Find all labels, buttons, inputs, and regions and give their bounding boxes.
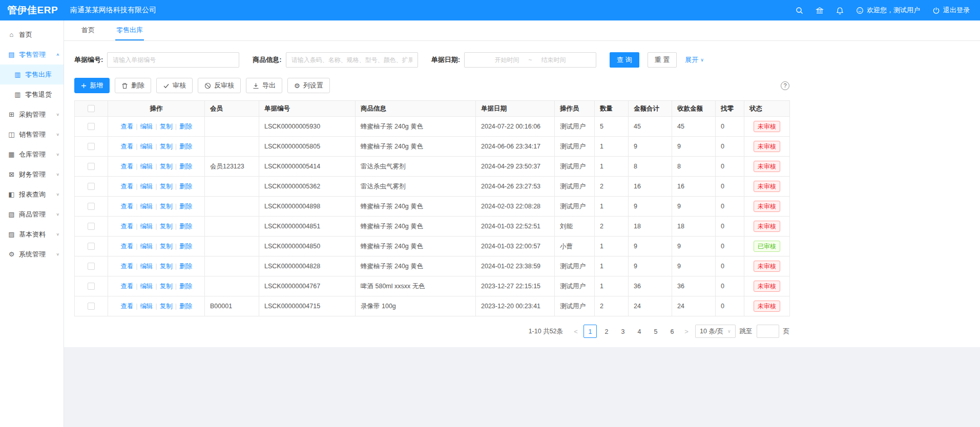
date-range-picker[interactable]: 开始时间 ~ 结束时间 bbox=[464, 52, 596, 68]
jump-page-input[interactable] bbox=[757, 325, 779, 338]
page-1-button[interactable]: 1 bbox=[583, 325, 597, 338]
sidebar-subitem-retail-outbound[interactable]: ▥零售出库 bbox=[0, 65, 64, 84]
logout-button[interactable]: 退出登录 bbox=[932, 6, 970, 15]
page-3-button[interactable]: 3 bbox=[616, 325, 630, 338]
expand-link[interactable]: 展开 ∨ bbox=[685, 55, 704, 65]
action-edit-link[interactable]: 编辑 bbox=[140, 163, 153, 170]
bell-icon[interactable] bbox=[836, 7, 844, 14]
action-delete-link[interactable]: 删除 bbox=[179, 283, 192, 290]
action-delete-link[interactable]: 删除 bbox=[179, 303, 192, 310]
action-view-link[interactable]: 查看 bbox=[120, 163, 133, 170]
action-copy-link[interactable]: 复制 bbox=[160, 143, 173, 150]
unaudit-button[interactable]: 反审核 bbox=[198, 78, 241, 93]
row-checkbox[interactable] bbox=[75, 157, 108, 177]
table-row: 查看|编辑|复制|删除LSCK00000005930蜂蜜柚子茶 240g 黄色2… bbox=[75, 117, 790, 137]
sidebar-item-home[interactable]: ⌂首页 bbox=[0, 25, 64, 45]
page-6-button[interactable]: 6 bbox=[665, 325, 679, 338]
action-view-link[interactable]: 查看 bbox=[120, 123, 133, 130]
action-delete-link[interactable]: 删除 bbox=[179, 223, 192, 230]
action-copy-link[interactable]: 复制 bbox=[160, 223, 173, 230]
action-copy-link[interactable]: 复制 bbox=[160, 123, 173, 130]
action-delete-link[interactable]: 删除 bbox=[179, 203, 192, 210]
sidebar-item-warehouse[interactable]: ▦仓库管理∨ bbox=[0, 144, 64, 164]
sidebar-item-finance[interactable]: ⊠财务管理∨ bbox=[0, 164, 64, 184]
action-edit-link[interactable]: 编辑 bbox=[140, 283, 153, 290]
row-checkbox[interactable] bbox=[75, 296, 108, 316]
sidebar-item-report[interactable]: ◧报表查询∨ bbox=[0, 184, 64, 204]
action-delete-link[interactable]: 删除 bbox=[179, 263, 192, 270]
action-edit-link[interactable]: 编辑 bbox=[140, 143, 153, 150]
action-view-link[interactable]: 查看 bbox=[120, 283, 133, 290]
row-checkbox[interactable] bbox=[75, 217, 108, 237]
export-button[interactable]: 导出 bbox=[246, 78, 282, 93]
sidebar-item-retail[interactable]: ▤零售管理∧ bbox=[0, 45, 64, 65]
sidebar-item-sales[interactable]: ◫销售管理∨ bbox=[0, 124, 64, 144]
action-copy-link[interactable]: 复制 bbox=[160, 203, 173, 210]
select-all-checkbox[interactable] bbox=[75, 101, 108, 117]
sidebar-item-system[interactable]: ⚙系统管理∨ bbox=[0, 244, 64, 264]
welcome-user[interactable]: 欢迎您，测试用户 bbox=[856, 6, 920, 15]
end-date-input[interactable]: 结束时间 bbox=[541, 56, 566, 65]
row-checkbox[interactable] bbox=[75, 177, 108, 197]
sidebar-item-basic[interactable]: ▨基本资料∨ bbox=[0, 224, 64, 244]
action-copy-link[interactable]: 复制 bbox=[160, 283, 173, 290]
sidebar-item-purchase[interactable]: ⊞采购管理∨ bbox=[0, 104, 64, 124]
cell-total: 16 bbox=[629, 177, 672, 197]
row-checkbox[interactable] bbox=[75, 237, 108, 257]
row-checkbox[interactable] bbox=[75, 197, 108, 217]
page-2-button[interactable]: 2 bbox=[600, 325, 613, 338]
search-icon[interactable] bbox=[796, 7, 803, 14]
action-copy-link[interactable]: 复制 bbox=[160, 163, 173, 170]
row-checkbox[interactable] bbox=[75, 276, 108, 296]
action-view-link[interactable]: 查看 bbox=[120, 143, 133, 150]
action-copy-link[interactable]: 复制 bbox=[160, 243, 173, 250]
add-button[interactable]: 新增 bbox=[74, 78, 110, 93]
audit-button[interactable]: 审核 bbox=[156, 78, 193, 93]
page-4-button[interactable]: 4 bbox=[633, 325, 646, 338]
row-checkbox[interactable] bbox=[75, 137, 108, 157]
action-view-link[interactable]: 查看 bbox=[120, 203, 133, 210]
row-checkbox[interactable] bbox=[75, 117, 108, 137]
row-checkbox[interactable] bbox=[75, 257, 108, 276]
column-settings-button[interactable]: ⚙ 列设置 bbox=[287, 78, 330, 93]
page-size-select[interactable]: 10 条/页 ∨ bbox=[695, 325, 735, 338]
page-5-button[interactable]: 5 bbox=[649, 325, 662, 338]
search-button[interactable]: 查 询 bbox=[610, 52, 639, 68]
action-delete-link[interactable]: 删除 bbox=[179, 243, 192, 250]
action-view-link[interactable]: 查看 bbox=[120, 223, 133, 230]
action-edit-link[interactable]: 编辑 bbox=[140, 223, 153, 230]
action-delete-link[interactable]: 删除 bbox=[179, 183, 192, 190]
help-icon[interactable]: ? bbox=[781, 81, 789, 90]
action-view-link[interactable]: 查看 bbox=[120, 263, 133, 270]
action-edit-link[interactable]: 编辑 bbox=[140, 263, 153, 270]
action-view-link[interactable]: 查看 bbox=[120, 303, 133, 310]
bill-no-input[interactable] bbox=[107, 52, 239, 68]
action-delete-link[interactable]: 删除 bbox=[179, 163, 192, 170]
next-page-button[interactable]: > bbox=[682, 328, 691, 335]
action-edit-link[interactable]: 编辑 bbox=[140, 203, 153, 210]
action-edit-link[interactable]: 编辑 bbox=[140, 183, 153, 190]
reset-button[interactable]: 重 置 bbox=[648, 52, 677, 68]
delete-button[interactable]: 删除 bbox=[115, 78, 151, 93]
tab-retail-outbound[interactable]: 零售出库 bbox=[115, 20, 144, 40]
sidebar-item-goods[interactable]: ▧商品管理∨ bbox=[0, 204, 64, 224]
action-edit-link[interactable]: 编辑 bbox=[140, 123, 153, 130]
action-copy-link[interactable]: 复制 bbox=[160, 183, 173, 190]
action-view-link[interactable]: 查看 bbox=[120, 243, 133, 250]
action-delete-link[interactable]: 删除 bbox=[179, 123, 192, 130]
sidebar-subitem-retail-return[interactable]: ▥零售退货 bbox=[0, 84, 64, 104]
action-edit-link[interactable]: 编辑 bbox=[140, 243, 153, 250]
bank-icon[interactable] bbox=[816, 7, 824, 14]
action-view-link[interactable]: 查看 bbox=[120, 183, 133, 190]
cell-qty: 1 bbox=[595, 197, 629, 217]
row-actions: 查看|编辑|复制|删除 bbox=[108, 197, 205, 217]
action-copy-link[interactable]: 复制 bbox=[160, 263, 173, 270]
action-copy-link[interactable]: 复制 bbox=[160, 303, 173, 310]
action-delete-link[interactable]: 删除 bbox=[179, 143, 192, 150]
product-input[interactable] bbox=[286, 52, 418, 68]
tab-home[interactable]: 首页 bbox=[80, 20, 96, 40]
start-date-input[interactable]: 开始时间 bbox=[495, 56, 519, 65]
action-edit-link[interactable]: 编辑 bbox=[140, 303, 153, 310]
cell-qty: 1 bbox=[595, 237, 629, 257]
prev-page-button[interactable]: < bbox=[571, 328, 580, 335]
